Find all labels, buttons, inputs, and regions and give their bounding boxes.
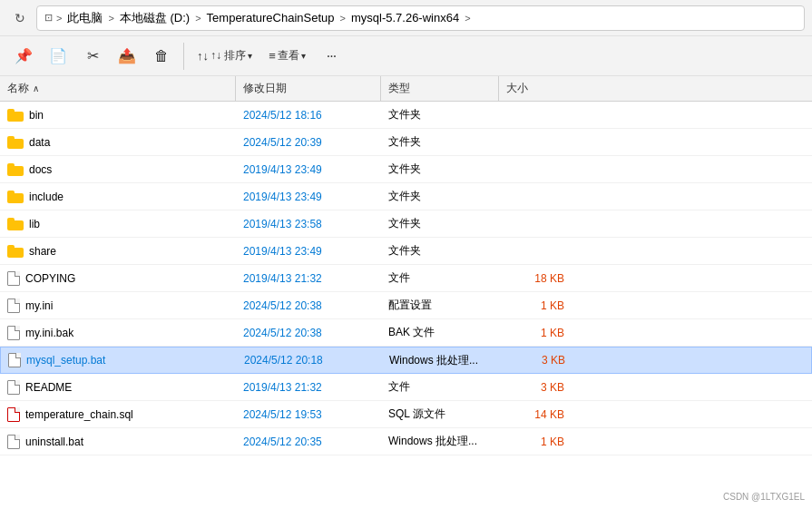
column-header-name[interactable]: 名称 ∧	[0, 76, 236, 101]
file-name-cell: my.ini	[0, 292, 236, 318]
file-date: 2019/4/13 23:49	[243, 163, 322, 176]
file-icon	[7, 299, 20, 313]
breadcrumb-mysql[interactable]: mysql-5.7.26-winx64	[349, 11, 461, 24]
file-date-cell: 2019/4/13 21:32	[236, 265, 381, 291]
sep4: >	[340, 13, 346, 24]
file-name: share	[29, 245, 56, 258]
file-size: 1 KB	[541, 436, 564, 448]
breadcrumb-disk[interactable]: 本地磁盘 (D:)	[118, 10, 191, 26]
file-size-cell	[499, 102, 572, 128]
table-row[interactable]: temperature_chain.sql 2024/5/12 19:53 SQ…	[0, 401, 812, 428]
file-type-cell: 文件	[381, 265, 499, 291]
breadcrumb[interactable]: ⊡ > 此电脑 > 本地磁盘 (D:) > TemperatureChainSe…	[36, 5, 805, 31]
file-size: 1 KB	[541, 299, 564, 312]
file-name-cell: README	[0, 374, 236, 400]
file-type-cell: 文件夹	[381, 129, 499, 155]
table-row[interactable]: mysql_setup.bat 2024/5/12 20:18 Windows …	[0, 347, 812, 374]
file-size-cell	[499, 238, 572, 264]
table-row[interactable]: docs 2019/4/13 23:49 文件夹	[0, 156, 812, 183]
refresh-button[interactable]: ↻	[7, 5, 33, 31]
file-date: 2024/5/12 19:53	[243, 408, 322, 421]
file-type-cell: Windows 批处理...	[382, 347, 500, 373]
cut-button[interactable]: ✂	[76, 39, 109, 73]
table-row[interactable]: my.ini.bak 2024/5/12 20:38 BAK 文件 1 KB	[0, 319, 812, 347]
file-icon	[7, 271, 20, 286]
file-date-cell: 2024/5/12 20:39	[236, 129, 381, 155]
file-date: 2024/5/12 20:35	[243, 436, 322, 448]
file-type: 文件夹	[388, 216, 421, 231]
breadcrumb-setup[interactable]: TemperatureChainSetup	[205, 11, 337, 24]
more-button[interactable]: ···	[315, 39, 347, 73]
file-type: Windows 批处理...	[389, 353, 478, 368]
bat-icon	[7, 435, 20, 449]
file-type: 文件	[388, 379, 410, 395]
file-size: 1 KB	[541, 327, 564, 339]
watermark: CSDN @1LTXG1EL	[723, 492, 805, 502]
table-row[interactable]: COPYING 2019/4/13 21:32 文件 18 KB	[0, 265, 812, 292]
file-name-cell: temperature_chain.sql	[0, 401, 236, 427]
column-header-date[interactable]: 修改日期	[236, 76, 381, 101]
file-date-cell: 2024/5/12 20:38	[236, 292, 381, 318]
file-date: 2024/5/12 20:18	[244, 354, 323, 367]
pin-icon: 📌	[15, 47, 33, 64]
sql-icon	[7, 407, 20, 422]
file-size: 18 KB	[534, 272, 564, 285]
file-size-cell	[499, 129, 572, 155]
table-row[interactable]: bin 2024/5/12 18:16 文件夹	[0, 102, 812, 129]
file-name: docs	[29, 163, 52, 176]
folder-icon	[7, 109, 24, 122]
column-header-type[interactable]: 类型	[381, 76, 499, 101]
file-name: my.ini	[25, 299, 53, 312]
view-button[interactable]: ≡ 查看 ▾	[261, 39, 313, 73]
more-icon: ···	[327, 48, 336, 64]
file-size-cell: 3 KB	[499, 374, 572, 400]
address-bar: ↻ ⊡ > 此电脑 > 本地磁盘 (D:) > TemperatureChain…	[0, 0, 812, 36]
file-name-cell: lib	[0, 210, 236, 237]
delete-button[interactable]: 🗑	[145, 39, 178, 73]
table-row[interactable]: uninstall.bat 2024/5/12 20:35 Windows 批处…	[0, 428, 812, 455]
file-type: 文件夹	[388, 162, 421, 177]
bat-icon	[8, 353, 21, 367]
file-rows-container: bin 2024/5/12 18:16 文件夹 data 2024/5/12 2…	[0, 102, 812, 455]
table-row[interactable]: my.ini 2024/5/12 20:38 配置设置 1 KB	[0, 292, 812, 319]
file-date-cell: 2024/5/12 19:53	[236, 401, 381, 427]
column-header-size[interactable]: 大小	[499, 76, 572, 101]
toolbar: 📌 📄 ✂ 📤 🗑 ↑↓ ↑↓ 排序 ▾ ≡ 查看 ▾	[0, 36, 812, 76]
file-size-cell: 18 KB	[499, 265, 572, 291]
copy-button[interactable]: 📄	[42, 39, 74, 73]
file-name: lib	[29, 218, 40, 230]
breadcrumb-pc[interactable]: 此电脑	[65, 10, 104, 26]
table-row[interactable]: data 2024/5/12 20:39 文件夹	[0, 129, 812, 156]
file-date: 2024/5/12 20:38	[243, 327, 322, 339]
table-row[interactable]: share 2019/4/13 23:49 文件夹	[0, 238, 812, 265]
share-button[interactable]: 📤	[111, 39, 143, 73]
file-size-cell	[499, 156, 572, 182]
file-date-cell: 2019/4/13 23:49	[236, 156, 381, 182]
pc-sep: ⊡	[44, 12, 53, 24]
file-type-cell: 文件夹	[381, 102, 499, 128]
file-date: 2024/5/12 20:38	[243, 299, 322, 312]
file-date: 2019/4/13 23:49	[243, 245, 322, 258]
file-size-cell: 1 KB	[499, 292, 572, 318]
file-name-cell: uninstall.bat	[0, 428, 236, 455]
folder-icon	[7, 245, 24, 258]
sort-button[interactable]: ↑↓ ↑↓ 排序 ▾	[190, 39, 259, 73]
file-size: 14 KB	[534, 408, 564, 421]
file-name: include	[29, 191, 64, 203]
file-date-cell: 2024/5/12 18:16	[236, 102, 381, 128]
folder-icon	[7, 191, 24, 203]
file-type-cell: 文件	[381, 374, 499, 400]
file-name-cell: include	[0, 183, 236, 210]
file-size: 3 KB	[541, 381, 564, 394]
file-date: 2019/4/13 23:49	[243, 191, 322, 203]
sort-indicator: ∧	[33, 83, 39, 93]
pin-button[interactable]: 📌	[7, 39, 40, 73]
view-label: ≡ 查看 ▾	[269, 48, 306, 64]
file-type-cell: 配置设置	[381, 292, 499, 318]
table-row[interactable]: lib 2019/4/13 23:58 文件夹	[0, 210, 812, 238]
file-date-cell: 2019/4/13 23:58	[236, 210, 381, 237]
sep2: >	[108, 13, 113, 24]
table-row[interactable]: include 2019/4/13 23:49 文件夹	[0, 183, 812, 210]
table-row[interactable]: README 2019/4/13 21:32 文件 3 KB	[0, 374, 812, 401]
copy-icon: 📄	[49, 47, 67, 64]
